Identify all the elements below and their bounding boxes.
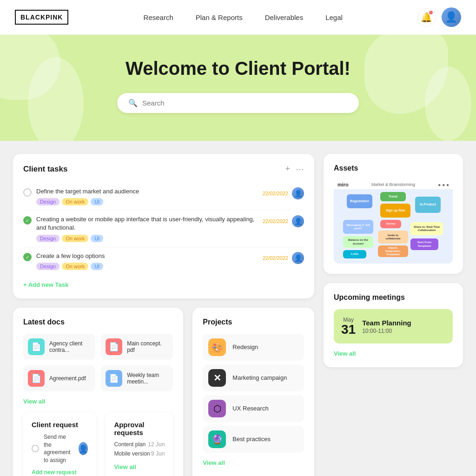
doc-icon-concept: 📄 [106,338,122,355]
tag-ui-3: UI [91,263,103,270]
search-icon: 🔍 [128,99,138,107]
user-avatar[interactable]: 👤 [442,7,461,27]
doc-item[interactable]: 📄 Weekly team meetin... [101,365,173,391]
hero-title: Welcome to Client Portal! [15,58,461,79]
request-avatar: 👤 [79,442,88,455]
header-actions: 🔔 👤 [417,7,461,27]
request-text: Send me the agreement to assign [44,433,74,464]
right-column: Assets miro Market & Brainstorming ● ● ●… [324,154,463,476]
search-input[interactable] [142,99,348,107]
task-left-2: Creating a website or mobile app interfa… [23,215,263,242]
meeting-item[interactable]: May 31 Team Planning 10:00-11:00 [334,309,453,344]
tasks-header: Client tasks + ⋯ [23,164,304,174]
request-checkbox[interactable] [32,445,39,452]
assets-preview[interactable]: miro Market & Brainstorming ● ● ● Regist… [334,180,453,264]
approval-item-2: Mobile version 9 Jun [114,450,165,457]
doc-item[interactable]: 📄 Main concept. pdf [101,334,173,360]
tag-ui-1: UI [91,198,103,205]
project-name-uxresearch: UX Research [232,405,268,412]
doc-item[interactable]: 📄 Agency client contra... [23,334,95,360]
task-avatar-1: 👤 [292,187,304,199]
tag-onwork-3: On work [62,263,88,270]
tag-design-3: Design [36,263,60,270]
task-checkbox-3[interactable] [23,253,32,261]
doc-name-2: Main concept. pdf [127,340,168,353]
upcoming-meetings-card: Upcoming meetings May 31 Team Planning 1… [324,283,463,367]
meeting-day: 31 [341,323,356,336]
notification-badge [429,11,433,14]
header: BLACKPINK Research Plan & Reports Delive… [0,0,476,35]
main-content: Client tasks + ⋯ Define the target marke… [0,141,476,476]
approval-date-1: 12 Jun [148,441,165,448]
project-name-bestpractices: Best practices [232,436,271,443]
doc-item[interactable]: 📄 Agreement.pdf [23,365,95,391]
doc-icon-agreement: 📄 [28,370,45,387]
project-item-uxresearch[interactable]: ⬡ UX Research [203,395,304,422]
docs-view-all[interactable]: View all [23,398,173,405]
doc-name-3: Agreement.pdf [49,375,86,382]
task-date-1: 22/02/2022 [263,191,288,196]
task-avatar-2: 👤 [292,215,304,227]
project-icon-uxresearch: ⬡ [208,400,226,417]
add-task-icon[interactable]: + [285,164,290,174]
task-text-3: Create a few logo options [36,252,105,260]
task-text-1: Define the target market and audience [36,187,139,196]
left-column: Client tasks + ⋯ Define the target marke… [13,154,314,476]
task-checkbox-1[interactable] [23,188,32,197]
assets-title: Assets [334,164,453,172]
approval-item-1: Content plan 12 Jun [114,441,165,448]
task-checkbox-2[interactable] [23,216,32,225]
add-request-button[interactable]: Add new request [32,469,88,476]
approval-name-1: Content plan [114,441,145,448]
tag-design-2: Design [36,235,60,242]
docs-grid: 📄 Agency client contra... 📄 Main concept… [23,334,173,391]
task-tags-2: Design On work UI [36,235,263,242]
task-row: Create a few logo options Design On work… [23,247,304,275]
meetings-view-all[interactable]: View all [334,350,453,357]
nav-research[interactable]: Research [144,13,173,21]
task-content-3: Create a few logo options Design On work… [36,252,105,270]
project-item-marketing[interactable]: ✕ Marketing campaign [203,364,304,391]
task-right-2: 22/02/2022 👤 [263,215,304,227]
project-item-bestpractices[interactable]: 🔮 Best practices [203,426,304,453]
task-content-1: Define the target market and audience De… [36,187,139,205]
project-name-marketing: Marketing campaign [232,374,287,381]
doc-name-1: Agency client contra... [49,340,91,353]
task-date-3: 22/02/2022 [263,255,288,261]
nav-deliverables[interactable]: Deliverables [265,13,304,21]
task-date-2: 22/02/2022 [263,218,288,224]
doc-icon-meeting: 📄 [106,370,122,387]
projects-view-all[interactable]: View all [203,459,304,466]
doc-name-4: Weekly team meetin... [127,372,168,385]
miro-logo: miro [337,182,349,187]
miro-subtitle: Market & Brainstorming [371,182,415,187]
approval-title: Approval requests [114,421,165,436]
task-left-1: Define the target market and audience De… [23,187,139,205]
notifications-button[interactable]: 🔔 [417,8,436,26]
tag-onwork-1: On work [62,198,88,205]
main-nav: Research Plan & Reports Deliverables Leg… [144,13,343,21]
meeting-time: 10:00-11:00 [362,328,411,334]
add-task-button[interactable]: + Add new Task [23,281,304,288]
task-row: Creating a website or mobile app interfa… [23,211,304,247]
tasks-actions: + ⋯ [285,164,304,174]
approval-view-all[interactable]: View all [114,463,165,470]
tag-onwork-2: On work [62,235,88,242]
task-avatar-3: 👤 [292,252,304,264]
logo[interactable]: BLACKPINK [15,10,68,25]
project-icon-marketing: ✕ [208,369,226,387]
project-name-redesign: Redesign [232,344,258,350]
task-left-3: Create a few logo options Design On work… [23,252,105,270]
bottom-section: Latest docs 📄 Agency client contra... 📄 … [13,308,314,476]
tag-design-1: Design [36,198,60,205]
miro-canvas: Registration Trend Sign up flow In-Produ… [334,190,453,264]
nav-legal[interactable]: Legal [325,13,343,21]
task-tags-1: Design On work UI [36,198,139,205]
project-item-redesign[interactable]: 🎨 Redesign [203,334,304,361]
tasks-menu-icon[interactable]: ⋯ [296,164,304,174]
latest-docs-title: Latest docs [23,318,173,326]
hero-section: Welcome to Client Portal! 🔍 [0,35,476,141]
nav-plan-reports[interactable]: Plan & Reports [196,13,243,21]
miro-header: miro Market & Brainstorming ● ● ● [334,180,453,190]
task-row: Define the target market and audience De… [23,183,304,211]
